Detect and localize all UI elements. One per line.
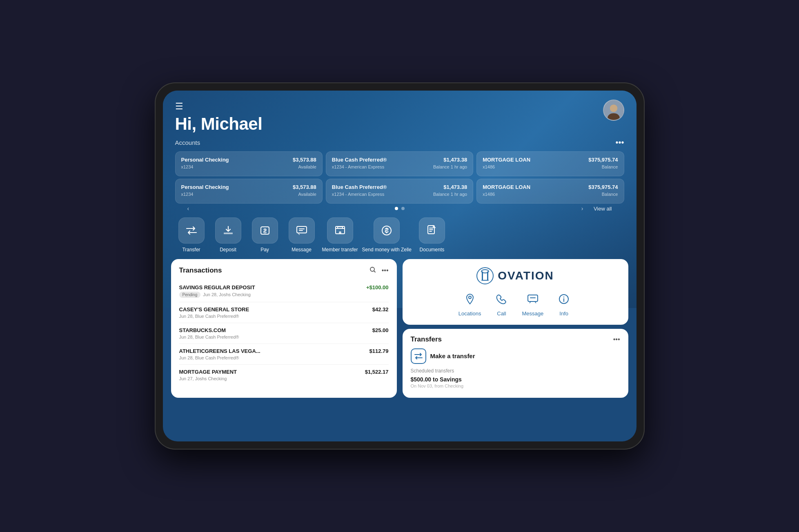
transaction-item-starbucks[interactable]: STARBUCKS.COM $25.00 Jun 28, Blue Cash P… <box>179 323 389 344</box>
action-message[interactable]: Message <box>285 217 318 253</box>
account-card-checking2[interactable]: Personal Checking $3,573.88 x1234 Availa… <box>175 179 323 204</box>
locations-label: Locations <box>458 310 481 317</box>
scheduled-transfer-item[interactable]: $500.00 to Savings <box>411 376 620 383</box>
transaction-item-casey[interactable]: CASEY'S GENERAL STORE $42.32 Jun 28, Blu… <box>179 302 389 323</box>
accounts-grid-row2: Personal Checking $3,573.88 x1234 Availa… <box>175 179 624 204</box>
avatar[interactable] <box>603 100 624 121</box>
transactions-more-button[interactable]: ••• <box>382 267 389 274</box>
carousel-controls: ‹ › View all <box>175 207 624 210</box>
account-amount: $1,473.38 <box>443 157 467 163</box>
avatar-image <box>604 100 623 121</box>
locations-icon <box>462 291 478 307</box>
transactions-title: Transactions <box>179 266 222 275</box>
account-status: Balance <box>602 164 618 169</box>
ovation-message-button[interactable]: Message <box>522 291 543 317</box>
pending-badge: Pending <box>179 292 201 298</box>
txn-amount: $112.79 <box>369 348 389 354</box>
txn-name: ATHLETICGREENS LAS VEGA... <box>179 348 260 354</box>
account-card-mortgage1[interactable]: MORTGAGE LOAN $375,975.74 x1486 Balance <box>476 151 624 176</box>
account-card-checking1[interactable]: Personal Checking $3,573.88 x1234 Availa… <box>175 151 323 176</box>
account-number: x1234 - American Express <box>332 192 384 197</box>
ovation-locations-button[interactable]: Locations <box>458 291 481 317</box>
action-deposit[interactable]: Deposit <box>212 217 245 253</box>
message-icon <box>296 226 307 235</box>
message-label: Message <box>292 247 312 253</box>
svg-point-1 <box>610 104 617 112</box>
carousel-dot-2[interactable] <box>401 207 405 210</box>
account-amount: $375,975.74 <box>588 157 618 163</box>
txn-amount: $25.00 <box>372 327 389 333</box>
account-amount: $1,473.38 <box>443 184 467 190</box>
menu-icon[interactable]: ☰ <box>175 101 263 112</box>
account-status: Balance 1 hr ago <box>433 192 467 197</box>
transactions-search-button[interactable] <box>369 266 376 275</box>
transfer-label: Transfer <box>182 247 200 253</box>
transactions-actions: ••• <box>369 266 389 275</box>
txn-meta: Jun 28, Joshs Checking <box>203 292 251 297</box>
account-number: x1486 <box>483 164 495 169</box>
txn-meta: Jun 27, Joshs Checking <box>179 376 227 381</box>
info-label: Info <box>559 310 568 317</box>
account-status: Available <box>298 164 316 169</box>
call-label: Call <box>497 310 506 317</box>
view-all-button[interactable]: View all <box>594 206 612 212</box>
ovation-message-icon <box>525 291 541 307</box>
account-status: Balance <box>602 192 618 197</box>
carousel-next-button[interactable]: › <box>581 205 583 212</box>
scheduled-transfers-label: Scheduled transfers <box>411 368 620 374</box>
account-number: x1486 <box>483 192 495 197</box>
action-member-transfer[interactable]: Member transfer <box>322 217 358 253</box>
make-transfer-button[interactable]: Make a transfer <box>411 348 620 364</box>
pay-label: Pay <box>260 247 269 253</box>
ovation-logo-icon <box>476 267 494 284</box>
transaction-item-deposit[interactable]: SAVINGS REGULAR DEPOSIT +$100.00 Pending… <box>179 280 389 302</box>
ovation-call-button[interactable]: Call <box>493 291 510 317</box>
transfers-card: Transfers ••• Make a transfer Schedule <box>403 329 628 398</box>
transfers-title: Transfers <box>411 335 442 344</box>
ovation-actions: Locations Call <box>412 291 619 317</box>
txn-meta: Jun 28, Blue Cash Preferred® <box>179 335 239 339</box>
transaction-item-athletic[interactable]: ATHLETICGREENS LAS VEGA... $112.79 Jun 2… <box>179 344 389 365</box>
ovation-brand-name: OVATION <box>498 269 554 282</box>
accounts-label: Accounts <box>175 139 200 146</box>
action-pay[interactable]: Pay <box>249 217 281 253</box>
account-name: MORTGAGE LOAN <box>483 184 530 190</box>
ovation-logo: OVATION <box>476 267 554 284</box>
txn-meta: Jun 28, Blue Cash Preferred® <box>179 355 239 360</box>
transfers-header: Transfers ••• <box>411 335 620 344</box>
member-transfer-icon <box>334 225 346 236</box>
svg-point-18 <box>563 296 564 297</box>
account-card-amex2[interactable]: Blue Cash Preferred® $1,473.38 x1234 - A… <box>326 179 473 204</box>
svg-point-15 <box>469 296 471 299</box>
carousel-dot-1[interactable] <box>395 207 398 210</box>
transfer-icon-box <box>178 217 205 244</box>
pay-icon <box>260 225 270 236</box>
info-icon <box>556 291 572 307</box>
transactions-header: Transactions ••• <box>179 266 389 275</box>
transfers-more-button[interactable]: ••• <box>613 336 620 343</box>
message-icon-box <box>289 217 315 244</box>
carousel-prev-button[interactable]: ‹ <box>187 205 189 212</box>
accounts-section: Accounts ••• Personal Checking $3,573.88… <box>163 138 637 210</box>
account-amount: $375,975.74 <box>588 184 618 190</box>
action-transfer[interactable]: Transfer <box>175 217 208 253</box>
txn-name: MORTGAGE PAYMENT <box>179 369 237 375</box>
bottom-section: Transactions ••• <box>163 259 637 398</box>
account-name: Personal Checking <box>181 157 229 163</box>
action-zelle[interactable]: Send money with Zelle <box>362 217 412 253</box>
account-number: x1234 <box>181 164 194 169</box>
account-name: MORTGAGE LOAN <box>483 157 530 163</box>
scheduled-transfer-sub: On Nov 03, from Checking <box>411 383 620 388</box>
header: ☰ Hi, Michael <box>163 91 637 138</box>
txn-name: SAVINGS REGULAR DEPOSIT <box>179 284 255 290</box>
accounts-more-button[interactable]: ••• <box>615 138 624 147</box>
transaction-item-mortgage[interactable]: MORTGAGE PAYMENT $1,522.17 Jun 27, Joshs… <box>179 365 389 385</box>
action-documents[interactable]: Documents <box>416 217 448 253</box>
ovation-message-label: Message <box>522 310 543 317</box>
account-card-amex1[interactable]: Blue Cash Preferred® $1,473.38 x1234 - A… <box>326 151 473 176</box>
ovation-info-button[interactable]: Info <box>556 291 572 317</box>
transfer-icon <box>186 226 197 235</box>
zelle-icon-box <box>374 217 400 244</box>
txn-name: CASEY'S GENERAL STORE <box>179 306 249 313</box>
account-card-mortgage2[interactable]: MORTGAGE LOAN $375,975.74 x1486 Balance <box>476 179 624 204</box>
